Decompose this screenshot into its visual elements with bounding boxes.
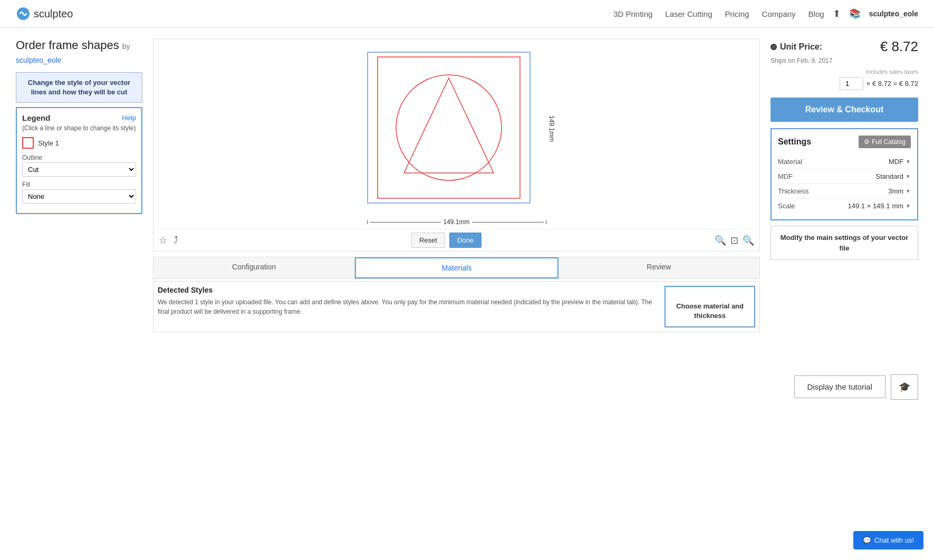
main-container: Order frame shapes by sculpteo_eole Chan… (0, 28, 934, 343)
bottom-bar: Display the tutorial 🎓 (0, 364, 934, 410)
quantity-input[interactable] (840, 77, 863, 90)
settings-thickness-value[interactable]: 3mm ▼ (888, 187, 911, 195)
tooltip-text: Change the style of your vector lines an… (28, 79, 130, 96)
legend-subtitle: (Click a line or shape to change its sty… (22, 124, 136, 132)
center-panel: 149.1mm (153, 38, 760, 332)
qty-row: × € 8.72 = € 8.72 (771, 77, 918, 90)
outline-select[interactable]: Cut Engrave None (22, 162, 136, 177)
nav-company[interactable]: Company (762, 9, 795, 18)
canvas-actions-right: 🔍 ⊡ 🔍 (715, 235, 754, 246)
material-chevron: ▼ (906, 159, 911, 165)
detected-styles-title: Detected Styles (158, 286, 662, 294)
unit-price-label: Unit Price: (771, 42, 822, 52)
page-title: Order frame shapes by sculpteo_eole (16, 38, 130, 65)
dimension-bottom-label: 149.1mm (443, 218, 469, 226)
fit-screen-btn[interactable]: ⊡ (730, 235, 738, 246)
below-tabs-area: Detected Styles We detected 1 style in y… (153, 281, 760, 332)
tooltip-box: Change the style of your vector lines an… (16, 72, 142, 103)
settings-mdf-row[interactable]: MDF Standard ▼ (778, 169, 911, 184)
full-catalog-icon: ⚙ (864, 138, 870, 146)
legend-header: Legend Help (22, 113, 136, 122)
canvas-svg (367, 52, 546, 205)
done-btn[interactable]: Done (449, 233, 482, 248)
page-title-area: Order frame shapes by sculpteo_eole (16, 38, 142, 66)
legend-help-link[interactable]: Help (122, 114, 136, 122)
canvas-area: 149.1mm (153, 38, 760, 252)
nav-pricing[interactable]: Pricing (725, 9, 749, 18)
nav-icons: ⬆ 📚 sculpteo_eole (833, 8, 918, 20)
nav-3d-printing[interactable]: 3D Printing (613, 9, 652, 18)
calc-text: × € 8.72 = € 8.72 (866, 80, 918, 88)
canvas-actions-left: ☆ ⤴ (159, 235, 178, 246)
settings-thickness-label: Thickness (778, 187, 809, 195)
library-icon[interactable]: 📚 (849, 8, 861, 20)
price-row: Unit Price: € 8.72 (771, 38, 918, 55)
settings-title: Settings (778, 137, 811, 147)
ships-text: Ships on Feb. 9, 2017 (771, 57, 918, 64)
sculpteo-logo-icon (16, 6, 31, 21)
display-tutorial-btn[interactable]: Display the tutorial (794, 375, 885, 398)
includes-taxes: Includes sales taxes (771, 69, 918, 75)
header: sculpteo 3D Printing Laser Cutting Prici… (0, 0, 934, 28)
logo[interactable]: sculpteo (16, 6, 73, 21)
style-row[interactable]: Style 1 (22, 137, 136, 149)
canvas-inner: 149.1mm (153, 39, 759, 218)
detected-styles-panel: Detected Styles We detected 1 style in y… (158, 286, 662, 316)
nav-blog[interactable]: Blog (808, 9, 824, 18)
main-nav: 3D Printing Laser Cutting Pricing Compan… (613, 9, 824, 18)
zoom-in-btn[interactable]: 🔍 (715, 235, 726, 246)
username[interactable]: sculpteo_eole (869, 9, 918, 18)
style-color-box (22, 137, 34, 149)
logo-text: sculpteo (34, 8, 73, 20)
upload-icon[interactable]: ⬆ (833, 8, 841, 20)
tab-materials[interactable]: Materials (355, 257, 558, 278)
full-catalog-btn[interactable]: ⚙ Full Catalog (859, 136, 911, 148)
review-checkout-btn[interactable]: Review & Checkout (771, 98, 918, 122)
nav-laser-cutting[interactable]: Laser Cutting (665, 9, 712, 18)
scale-chevron: ▼ (906, 203, 911, 209)
settings-scale-row[interactable]: Scale 149.1 × 149.1 mm ▼ (778, 199, 911, 213)
left-panel: Order frame shapes by sculpteo_eole Chan… (16, 38, 142, 332)
mdf-chevron: ▼ (906, 173, 911, 179)
settings-material-label: Material (778, 158, 802, 166)
settings-material-value[interactable]: MDF ▼ (889, 158, 911, 166)
tutorial-icon-btn[interactable]: 🎓 (891, 374, 918, 400)
radio-dot (771, 44, 777, 50)
fill-label: Fill (22, 181, 136, 188)
settings-material-row[interactable]: Material MDF ▼ (778, 155, 911, 169)
settings-scale-value[interactable]: 149.1 × 149.1 mm ▼ (848, 202, 911, 210)
dimension-right-label: 149.1mm (548, 115, 555, 142)
tutorial-icon: 🎓 (899, 382, 910, 392)
outline-label: Outline (22, 154, 136, 161)
settings-scale-label: Scale (778, 202, 795, 210)
style-label: Style 1 (38, 139, 59, 147)
legend-panel: Legend Help (Click a line or shape to ch… (16, 107, 142, 214)
legend-title: Legend (22, 113, 50, 122)
tab-configuration[interactable]: Configuration (153, 257, 355, 278)
thickness-chevron: ▼ (906, 188, 911, 194)
settings-thickness-row[interactable]: Thickness 3mm ▼ (778, 184, 911, 199)
reset-btn[interactable]: Reset (411, 233, 445, 248)
outline-group: Outline Cut Engrave None (22, 154, 136, 177)
settings-header: Settings ⚙ Full Catalog (778, 136, 911, 148)
canvas-svg-container: 149.1mm (367, 52, 546, 206)
zoom-out-btn[interactable]: 🔍 (743, 235, 754, 246)
favorite-btn[interactable]: ☆ (159, 235, 167, 246)
tabs-bar: Configuration Materials Review (153, 257, 760, 279)
fill-select[interactable]: None Engrave Cut (22, 189, 136, 204)
right-panel: Unit Price: € 8.72 Ships on Feb. 9, 2017… (771, 38, 918, 332)
fill-group: Fill None Engrave Cut (22, 181, 136, 204)
canvas-bottom-bar: ☆ ⤴ Reset Done 🔍 ⊡ 🔍 (153, 229, 759, 251)
svg-marker-4 (404, 78, 494, 173)
share-btn[interactable]: ⤴ (174, 235, 178, 246)
tab-review[interactable]: Review (559, 257, 759, 278)
settings-mdf-value[interactable]: Standard ▼ (875, 172, 911, 180)
detected-styles-text: We detected 1 style in your uploaded fil… (158, 297, 662, 316)
choose-material-btn[interactable]: Choose material and thickness (665, 286, 755, 327)
modify-hint: Modify the main settings of your vector … (771, 226, 918, 260)
settings-panel: Settings ⚙ Full Catalog Material MDF ▼ M… (771, 128, 918, 220)
price-value: € 8.72 (880, 38, 918, 55)
settings-mdf-label: MDF (778, 172, 793, 180)
svg-point-3 (396, 75, 502, 180)
scale-unit: mm (892, 202, 903, 210)
